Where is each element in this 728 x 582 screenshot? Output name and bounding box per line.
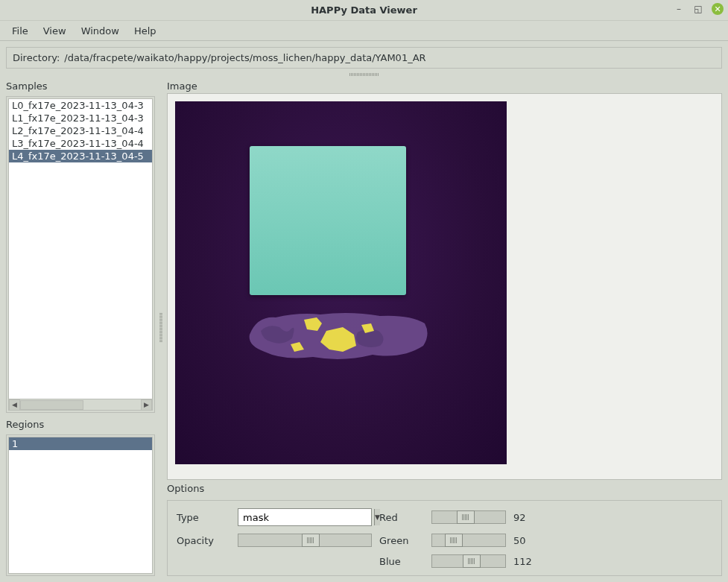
samples-hscroll[interactable]: ◀ ▶ <box>8 399 153 411</box>
list-item[interactable]: 1 <box>9 437 152 450</box>
list-item[interactable]: L3_fx17e_2023-11-13_04-4 <box>9 137 152 150</box>
regions-panel: 1 <box>6 434 155 576</box>
titlebar: HAPPy Data Viewer – ◱ ✕ <box>0 0 728 21</box>
type-label: Type <box>177 512 230 523</box>
opacity-slider[interactable] <box>238 534 372 547</box>
menu-file[interactable]: File <box>6 22 34 39</box>
samples-label: Samples <box>6 80 155 92</box>
options-label: Options <box>167 483 722 494</box>
image-panel <box>167 93 722 480</box>
directory-path: /data/fracpete/waikato/happy/projects/mo… <box>64 52 425 63</box>
maximize-icon[interactable]: ◱ <box>692 3 704 15</box>
options-panel: Type ▼ Red 92 Opacity Green 50 Blue 112 <box>167 500 722 576</box>
blue-label: Blue <box>379 556 424 567</box>
green-label: Green <box>379 535 424 546</box>
directory-row: Directory: /data/fracpete/waikato/happy/… <box>6 47 722 69</box>
reference-tile <box>250 146 406 295</box>
vertical-splitter[interactable] <box>158 78 164 576</box>
menu-help[interactable]: Help <box>128 22 162 39</box>
horizontal-splitter[interactable] <box>0 72 728 78</box>
green-value: 50 <box>513 535 543 546</box>
directory-label: Directory: <box>13 52 60 63</box>
regions-list[interactable]: 1 <box>8 437 153 574</box>
close-icon[interactable]: ✕ <box>712 3 724 15</box>
scroll-left-icon[interactable]: ◀ <box>9 399 20 411</box>
menubar: File View Window Help <box>0 21 728 41</box>
minimize-icon[interactable]: – <box>673 3 685 15</box>
list-item[interactable]: L1_fx17e_2023-11-13_04-3 <box>9 112 152 124</box>
sample-overlay <box>246 309 432 364</box>
list-item[interactable]: L4_fx17e_2023-11-13_04-5 <box>9 150 152 162</box>
regions-label: Regions <box>6 419 155 430</box>
image-canvas[interactable] <box>175 101 507 464</box>
left-column: Samples L0_fx17e_2023-11-13_04-3L1_fx17e… <box>6 78 155 576</box>
scroll-thumb[interactable] <box>20 400 83 410</box>
samples-list[interactable]: L0_fx17e_2023-11-13_04-3L1_fx17e_2023-11… <box>8 98 153 399</box>
red-label: Red <box>379 512 424 523</box>
scroll-track[interactable] <box>20 400 141 410</box>
blue-value: 112 <box>513 556 543 567</box>
right-column: Image Options Type ▼ <box>167 78 722 576</box>
list-item[interactable]: L0_fx17e_2023-11-13_04-3 <box>9 99 152 112</box>
samples-panel: L0_fx17e_2023-11-13_04-3L1_fx17e_2023-11… <box>6 96 155 413</box>
red-slider[interactable] <box>431 510 506 524</box>
scroll-right-icon[interactable]: ▶ <box>141 399 152 411</box>
main-area: Samples L0_fx17e_2023-11-13_04-3L1_fx17e… <box>0 78 728 582</box>
menu-window[interactable]: Window <box>75 22 125 39</box>
green-slider[interactable] <box>431 534 506 547</box>
blue-slider[interactable] <box>431 554 506 568</box>
opacity-label: Opacity <box>177 535 230 546</box>
window-title: HAPPy Data Viewer <box>311 4 417 16</box>
list-item[interactable]: L2_fx17e_2023-11-13_04-4 <box>9 124 152 137</box>
image-label: Image <box>167 80 722 92</box>
menu-view[interactable]: View <box>37 22 72 39</box>
type-input[interactable] <box>238 509 374 525</box>
window-controls: – ◱ ✕ <box>673 3 724 15</box>
type-combo[interactable]: ▼ <box>238 508 372 526</box>
red-value: 92 <box>513 512 543 523</box>
